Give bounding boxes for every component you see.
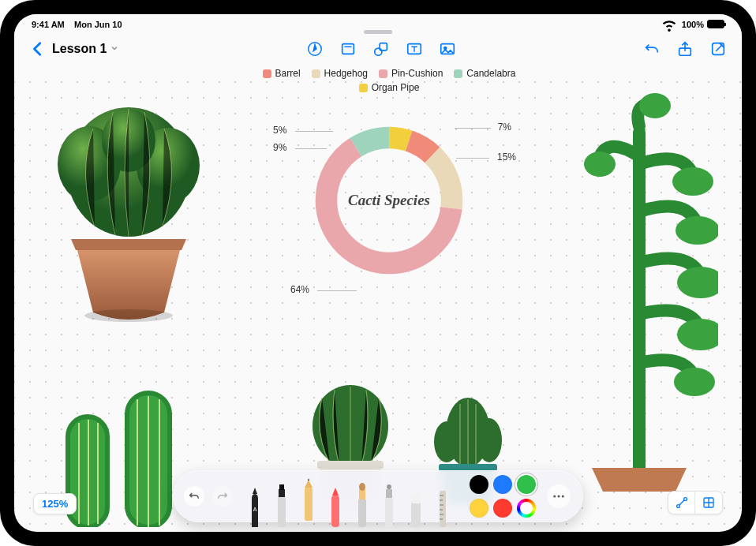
svg-rect-59 [386,489,392,498]
svg-point-70 [553,496,556,498]
color-yellow[interactable] [470,499,488,518]
window-grabber[interactable] [364,30,392,34]
svg-rect-58 [385,497,393,527]
svg-point-34 [477,418,502,462]
status-time: 9:41 AM [32,20,65,29]
zoom-label: 125% [42,498,68,510]
chevron-down-icon [110,42,119,56]
svg-point-45 [683,498,687,501]
chart-label-7: 7% [498,122,511,133]
back-icon[interactable] [28,39,47,58]
svg-point-33 [434,421,459,462]
svg-rect-62 [411,494,421,503]
chart-label-9: 9% [273,142,286,153]
svg-rect-31 [317,461,384,469]
drawing-tool-icon[interactable] [305,39,324,58]
svg-rect-51 [279,489,285,497]
svg-rect-54 [331,496,339,527]
svg-rect-53 [305,488,313,521]
svg-point-15 [672,167,713,196]
svg-point-71 [558,496,560,498]
board-title-label: Lesson 1 [52,42,107,56]
donut-chart[interactable]: Barrel Hedgehog Pin-Cushion Candelabra O… [259,68,519,303]
svg-point-57 [359,483,365,491]
nav-bar: Lesson 1 [14,32,742,66]
chart-label-64: 64% [290,284,309,295]
legend-item: Pin-Cushion [379,68,443,79]
color-blue[interactable] [493,475,512,494]
svg-point-20 [584,151,616,177]
color-green[interactable] [517,475,536,494]
legend-item: Barrel [263,68,301,79]
svg-rect-55 [358,499,366,527]
svg-rect-63 [440,491,446,527]
drawing-candelabra-cactus[interactable] [545,69,718,496]
tool-pen[interactable]: A [245,478,264,522]
color-black[interactable] [470,475,488,494]
connectors-toggle[interactable] [668,492,695,514]
more-icon[interactable] [547,484,571,508]
svg-rect-1 [342,44,354,54]
image-barrel-cactus[interactable] [46,85,211,322]
chart-legend: Barrel Hedgehog Pin-Cushion Candelabra O… [259,68,519,93]
status-bar: 9:41 AM Mon Jun 10 100% [14,14,742,32]
textbox-icon[interactable] [405,39,424,58]
tool-tray: A [245,470,452,522]
compose-icon[interactable] [709,39,728,58]
svg-point-60 [387,484,391,489]
svg-text:A: A [253,507,257,512]
tool-ruler[interactable] [433,478,452,522]
battery-icon [707,20,724,28]
undo-icon[interactable] [184,486,204,507]
wifi-icon [660,15,679,34]
chart-label-5: 5% [273,125,286,136]
svg-rect-50 [278,496,286,527]
chart-label-15: 15% [497,151,516,163]
svg-point-18 [677,319,718,350]
svg-point-19 [674,368,715,396]
view-toggles [668,491,723,514]
drawing-toolbar: A [173,470,583,522]
status-time-date: 9:41 AM Mon Jun 10 [32,20,122,29]
board-title[interactable]: Lesson 1 [52,42,119,56]
tool-crayon[interactable] [326,478,345,522]
status-date: Mon Jun 10 [74,20,122,29]
svg-point-72 [562,496,564,498]
grid-toggle[interactable] [695,492,722,514]
zoom-level[interactable]: 125% [33,493,77,514]
color-picker-icon[interactable] [517,499,536,518]
undo-global-icon[interactable] [642,39,661,58]
redo-icon[interactable] [212,486,233,507]
status-battery-pct: 100% [682,20,704,29]
svg-point-17 [677,267,718,298]
legend-item: Candelabra [454,68,515,79]
chart-title: Cacti Species [334,192,444,209]
svg-point-4 [374,48,381,55]
share-icon[interactable] [676,39,694,58]
media-icon[interactable] [438,39,457,58]
legend-item: Organ Pipe [359,82,420,93]
tool-marker[interactable] [272,478,291,522]
svg-point-14 [84,309,173,322]
svg-rect-61 [411,502,421,527]
svg-point-21 [639,93,671,118]
sticky-note-icon[interactable] [339,39,357,58]
tool-watercolor[interactable] [353,478,372,522]
legend-item: Hedgehog [312,68,368,79]
tool-pencil[interactable] [299,478,318,522]
shape-icon[interactable] [372,39,391,58]
svg-point-16 [676,216,718,245]
tool-eraser[interactable] [406,478,425,522]
tool-fill[interactable] [380,478,399,522]
color-palette [470,475,536,518]
color-red[interactable] [493,499,512,518]
svg-point-44 [676,505,679,508]
svg-rect-52 [279,484,284,490]
